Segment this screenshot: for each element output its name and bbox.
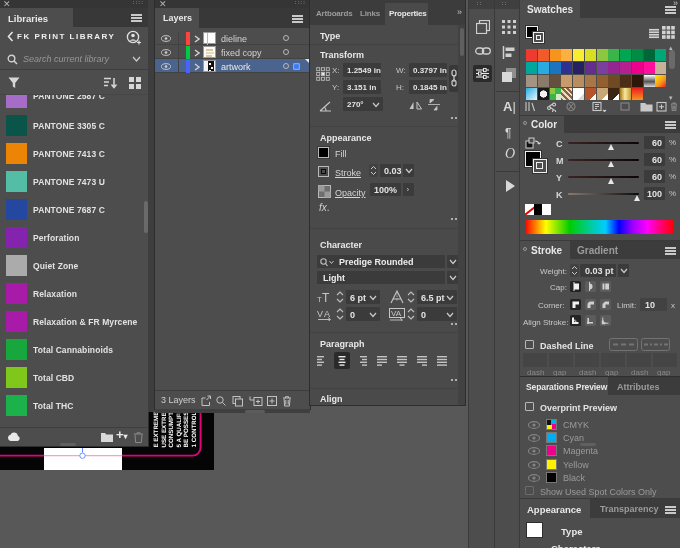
svg-text:A: A: [324, 309, 330, 319]
svg-text:E EXTREME: E EXTREME: [153, 412, 160, 448]
svg-text:T: T: [322, 291, 330, 303]
svg-text:V: V: [317, 309, 323, 319]
svg-text:VA: VA: [391, 309, 402, 318]
